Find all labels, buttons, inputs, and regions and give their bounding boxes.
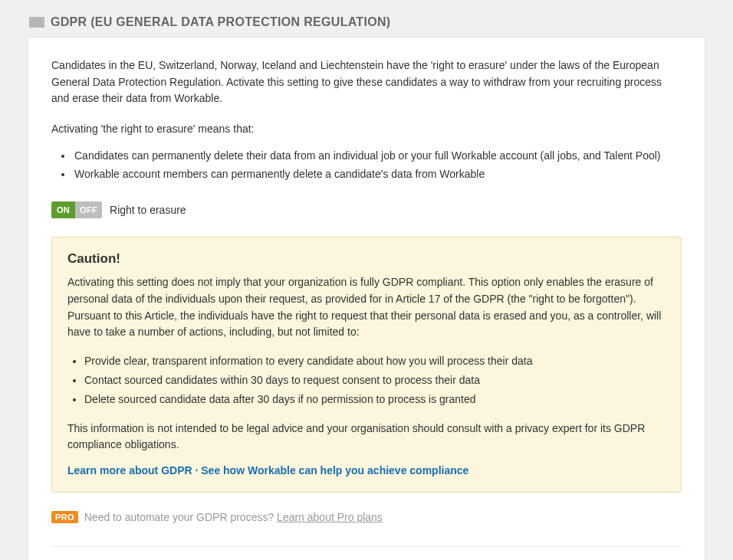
- intro-text: Candidates in the EU, Switzerland, Norwa…: [51, 57, 682, 107]
- pro-text: Need to automate your GDPR process? Lear…: [84, 511, 383, 523]
- toggle-row: ON OFF Right to erasure: [51, 201, 682, 218]
- list-item: Provide clear, transparent information t…: [84, 352, 666, 371]
- toggle-label: Right to erasure: [110, 204, 186, 216]
- footer-actions: SAVE CHANGES: [51, 546, 682, 560]
- caution-body: Activating this setting does not imply t…: [67, 274, 666, 341]
- eu-flag-icon: [29, 17, 44, 28]
- list-item: Candidates can permanently delete their …: [73, 147, 682, 165]
- meaning-intro: Activating 'the right to erasure' means …: [51, 121, 682, 138]
- list-item: Workable account members can permanently…: [73, 165, 682, 184]
- caution-title: Caution!: [67, 251, 666, 267]
- caution-footer: This information is not intended to be l…: [67, 421, 666, 454]
- link-separator: ·: [192, 464, 202, 476]
- list-item: Contact sourced candidates within 30 day…: [84, 371, 666, 390]
- page-header: GDPR (EU GENERAL DATA PROTECTION REGULAT…: [28, 15, 705, 37]
- list-item: Delete sourced candidate data after 30 d…: [84, 390, 666, 409]
- pro-plans-link[interactable]: Learn about Pro plans: [277, 511, 383, 523]
- settings-card: Candidates in the EU, Switzerland, Norwa…: [28, 37, 705, 560]
- caution-list: Provide clear, transparent information t…: [67, 352, 666, 410]
- compliance-link[interactable]: See how Workable can help you achieve co…: [201, 464, 468, 476]
- toggle-off: OFF: [75, 201, 102, 218]
- learn-gdpr-link[interactable]: Learn more about GDPR: [67, 464, 192, 476]
- caution-panel: Caution! Activating this setting does no…: [51, 237, 682, 493]
- meaning-list: Candidates can permanently delete their …: [51, 147, 682, 184]
- pro-text-label: Need to automate your GDPR process?: [84, 511, 277, 523]
- caution-links: Learn more about GDPR · See how Workable…: [67, 464, 666, 476]
- pro-badge: PRO: [51, 511, 78, 523]
- toggle-on: ON: [51, 201, 75, 218]
- pro-row: PRO Need to automate your GDPR process? …: [51, 511, 682, 523]
- page-title: GDPR (EU GENERAL DATA PROTECTION REGULAT…: [51, 15, 390, 29]
- right-to-erasure-toggle[interactable]: ON OFF: [51, 201, 102, 218]
